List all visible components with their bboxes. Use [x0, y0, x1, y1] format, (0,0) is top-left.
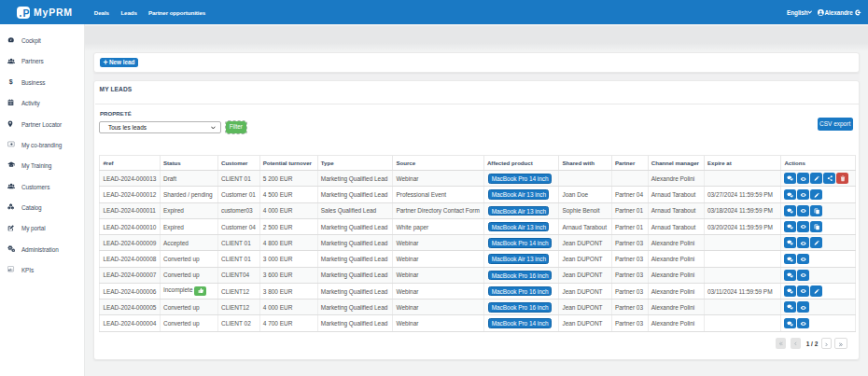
svg-text:$: $: [9, 78, 13, 86]
